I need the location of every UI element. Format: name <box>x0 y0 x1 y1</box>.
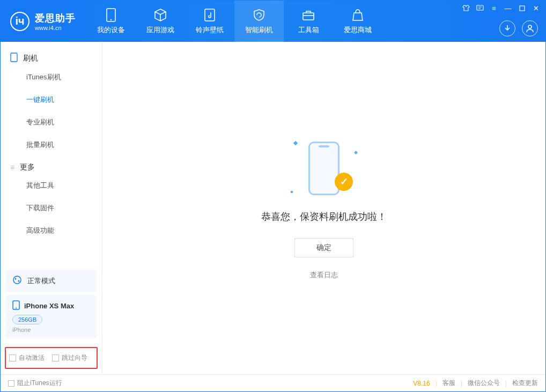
sidebar-item-pro-flash[interactable]: 专业刷机 <box>1 111 102 134</box>
close-button[interactable]: ✕ <box>532 4 540 12</box>
mode-label: 正常模式 <box>27 276 55 286</box>
success-message: 恭喜您，保资料刷机成功啦！ <box>261 210 387 223</box>
sidebar-item-oneclick-flash[interactable]: 一键刷机 <box>1 88 102 111</box>
sidebar-item-other-tools[interactable]: 其他工具 <box>1 174 102 197</box>
success-illustration: ✓ <box>292 136 356 201</box>
device-phone-icon <box>12 300 20 312</box>
divider: | <box>436 380 437 387</box>
svg-point-1 <box>110 19 112 20</box>
main-content: ✓ 恭喜您，保资料刷机成功啦！ 确定 查看日志 <box>102 42 545 374</box>
skin-icon[interactable] <box>462 4 470 12</box>
refresh-shield-icon <box>252 8 266 22</box>
logo-area: iч 爱思助手 www.i4.cn <box>1 1 86 42</box>
sidebar-item-advanced[interactable]: 高级功能 <box>1 219 102 242</box>
sparkle-icon <box>290 190 293 194</box>
tab-label: 我的设备 <box>97 25 125 35</box>
svg-rect-6 <box>520 6 525 11</box>
tab-apps-games[interactable]: 应用游戏 <box>136 1 185 42</box>
divider: | <box>461 380 462 387</box>
header: iч 爱思助手 www.i4.cn 我的设备 应用游戏 铃声壁纸 智能刷机 <box>1 1 545 42</box>
sidebar-group-more: ≡ 更多 <box>1 156 102 174</box>
svg-point-9 <box>15 278 17 280</box>
mode-box[interactable]: 正常模式 <box>6 270 97 292</box>
user-button[interactable] <box>522 20 538 36</box>
checkbox-icon <box>9 354 16 361</box>
nav-tabs: 我的设备 应用游戏 铃声壁纸 智能刷机 工具箱 爱思商城 <box>86 1 382 42</box>
svg-rect-5 <box>477 5 483 10</box>
device-icon <box>10 53 18 64</box>
sidebar-group-flash: 刷机 <box>1 46 102 66</box>
view-log-link[interactable]: 查看日志 <box>310 270 338 280</box>
version-label: V8.16 <box>413 380 430 387</box>
footer-service-link[interactable]: 客服 <box>442 379 455 388</box>
tab-store[interactable]: 爱思商城 <box>333 1 382 42</box>
checkbox-auto-activate[interactable]: 自动激活 <box>9 353 45 363</box>
header-right-icons <box>499 20 538 36</box>
ok-button[interactable]: 确定 <box>294 238 353 257</box>
device-name-row: iPhone XS Max <box>12 300 90 312</box>
minimize-button[interactable]: — <box>504 4 512 12</box>
app-name-cn: 爱思助手 <box>35 12 76 25</box>
tab-label: 爱思商城 <box>344 25 372 35</box>
svg-rect-2 <box>205 9 215 21</box>
checkbox-icon <box>8 380 14 387</box>
sidebar-item-batch-flash[interactable]: 批量刷机 <box>1 134 102 156</box>
footer-wechat-link[interactable]: 微信公众号 <box>468 379 500 388</box>
tab-label: 智能刷机 <box>245 25 273 35</box>
maximize-button[interactable] <box>518 4 526 12</box>
bag-icon <box>351 8 365 22</box>
mode-icon <box>12 275 22 286</box>
menu-icon[interactable]: ≡ <box>490 4 498 12</box>
window-controls: ≡ — ✕ <box>462 4 540 12</box>
svg-rect-3 <box>303 13 314 20</box>
device-box[interactable]: iPhone XS Max 256GB iPhone <box>6 295 97 338</box>
svg-point-10 <box>18 280 20 282</box>
options-row: 自动激活 跳过向导 <box>5 347 98 369</box>
checkbox-skip-guide[interactable]: 跳过向导 <box>52 353 87 363</box>
svg-point-4 <box>528 25 532 28</box>
group-label: 更多 <box>20 162 35 172</box>
tab-my-device[interactable]: 我的设备 <box>86 1 136 42</box>
tab-label: 铃声壁纸 <box>196 25 224 35</box>
app-name-en: www.i4.cn <box>35 25 76 31</box>
svg-point-12 <box>16 308 17 309</box>
logo-text: 爱思助手 www.i4.cn <box>35 12 76 31</box>
tab-label: 应用游戏 <box>146 25 174 35</box>
sidebar-item-download-firmware[interactable]: 下载固件 <box>1 197 102 219</box>
body: 刷机 iTunes刷机 一键刷机 专业刷机 批量刷机 ≡ 更多 其他工具 下载固… <box>1 42 545 374</box>
checkbox-label: 阻止iTunes运行 <box>17 379 62 388</box>
music-file-icon <box>203 8 217 22</box>
footer: 阻止iTunes运行 V8.16 | 客服 | 微信公众号 | 检查更新 <box>1 374 545 391</box>
sparkle-icon <box>354 151 358 154</box>
svg-rect-7 <box>11 53 17 62</box>
download-button[interactable] <box>499 20 515 36</box>
group-label: 刷机 <box>23 54 38 63</box>
sidebar: 刷机 iTunes刷机 一键刷机 专业刷机 批量刷机 ≡ 更多 其他工具 下载固… <box>1 42 102 374</box>
divider: | <box>505 380 507 387</box>
checkbox-label: 自动激活 <box>19 353 45 363</box>
checkbox-label: 跳过向导 <box>62 353 87 363</box>
device-capacity-badge: 256GB <box>12 315 42 324</box>
sparkle-icon <box>293 141 298 145</box>
success-check-icon: ✓ <box>335 173 353 191</box>
phone-outline-icon <box>308 142 340 195</box>
feedback-icon[interactable] <box>476 4 484 12</box>
logo-icon: iч <box>10 12 29 31</box>
cube-icon <box>153 8 167 22</box>
more-icon: ≡ <box>10 163 14 172</box>
toolbox-icon <box>301 8 315 22</box>
sidebar-item-itunes-flash[interactable]: iTunes刷机 <box>1 66 102 88</box>
tab-smart-flash[interactable]: 智能刷机 <box>234 1 284 42</box>
app-window: iч 爱思助手 www.i4.cn 我的设备 应用游戏 铃声壁纸 智能刷机 <box>0 0 546 392</box>
checkbox-icon <box>52 354 59 361</box>
tab-label: 工具箱 <box>298 25 319 35</box>
checkbox-block-itunes[interactable]: 阻止iTunes运行 <box>8 379 62 388</box>
phone-icon <box>104 8 118 22</box>
device-name-text: iPhone XS Max <box>24 302 74 310</box>
svg-point-8 <box>13 276 21 284</box>
device-type: iPhone <box>12 327 90 333</box>
tab-ringtones-wallpapers[interactable]: 铃声壁纸 <box>185 1 234 42</box>
footer-update-link[interactable]: 检查更新 <box>512 379 538 388</box>
tab-toolbox[interactable]: 工具箱 <box>284 1 333 42</box>
